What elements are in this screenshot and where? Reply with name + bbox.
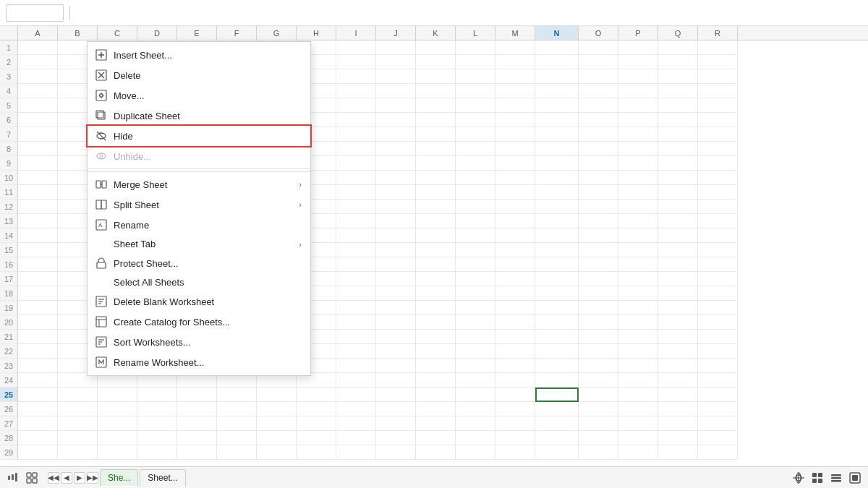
cell-M12[interactable] xyxy=(495,200,535,214)
cell-J15[interactable] xyxy=(376,243,416,257)
cell-L22[interactable] xyxy=(456,344,495,359)
cell-N29[interactable] xyxy=(535,445,579,460)
cell-Q23[interactable] xyxy=(658,359,698,373)
cell-Q8[interactable] xyxy=(658,142,698,156)
cell-R10[interactable] xyxy=(698,171,738,185)
row-num-11[interactable]: 11 xyxy=(0,185,18,200)
cell-D28[interactable] xyxy=(137,431,177,445)
cell-Q11[interactable] xyxy=(658,185,698,200)
row-num-6[interactable]: 6 xyxy=(0,113,18,127)
cell-B26[interactable] xyxy=(58,402,98,416)
row-num-3[interactable]: 3 xyxy=(0,69,18,84)
cell-Q6[interactable] xyxy=(658,113,698,127)
cell-A2[interactable] xyxy=(18,55,58,69)
cell-P25[interactable] xyxy=(618,388,658,402)
cell-L27[interactable] xyxy=(456,416,495,431)
cell-I3[interactable] xyxy=(336,69,376,84)
cell-L10[interactable] xyxy=(456,171,495,185)
cell-A15[interactable] xyxy=(18,243,58,257)
cell-C25[interactable] xyxy=(98,388,137,402)
cell-R6[interactable] xyxy=(698,113,738,127)
cell-G29[interactable] xyxy=(257,445,297,460)
cell-M23[interactable] xyxy=(495,359,535,373)
cell-Q5[interactable] xyxy=(658,98,698,113)
row-num-19[interactable]: 19 xyxy=(0,301,18,315)
row-num-29[interactable]: 29 xyxy=(0,445,18,460)
cell-N16[interactable] xyxy=(535,257,579,272)
cell-A19[interactable] xyxy=(18,301,58,315)
cell-Q24[interactable] xyxy=(658,373,698,388)
cell-Q29[interactable] xyxy=(658,445,698,460)
cell-J29[interactable] xyxy=(376,445,416,460)
cell-L11[interactable] xyxy=(456,185,495,200)
cell-H28[interactable] xyxy=(297,431,336,445)
cell-L20[interactable] xyxy=(456,315,495,330)
cell-L1[interactable] xyxy=(456,40,495,55)
cell-L19[interactable] xyxy=(456,301,495,315)
cell-P16[interactable] xyxy=(618,257,658,272)
cell-L14[interactable] xyxy=(456,228,495,243)
cell-reference-box[interactable] xyxy=(6,4,64,22)
cell-P23[interactable] xyxy=(618,359,658,373)
cell-G26[interactable] xyxy=(257,402,297,416)
cell-P12[interactable] xyxy=(618,200,658,214)
cell-H27[interactable] xyxy=(297,416,336,431)
cell-N17[interactable] xyxy=(535,272,579,286)
cell-I27[interactable] xyxy=(336,416,376,431)
cell-L15[interactable] xyxy=(456,243,495,257)
cell-C29[interactable] xyxy=(98,445,137,460)
cell-M1[interactable] xyxy=(495,40,535,55)
cell-N10[interactable] xyxy=(535,171,579,185)
cell-A25[interactable] xyxy=(18,388,58,402)
cell-Q26[interactable] xyxy=(658,402,698,416)
cell-L25[interactable] xyxy=(456,388,495,402)
row-num-22[interactable]: 22 xyxy=(0,344,18,359)
row-num-9[interactable]: 9 xyxy=(0,156,18,171)
tab-nav-first[interactable]: ◀◀ xyxy=(48,472,59,484)
cell-E27[interactable] xyxy=(177,416,217,431)
cell-L12[interactable] xyxy=(456,200,495,214)
cell-N19[interactable] xyxy=(535,301,579,315)
cell-M13[interactable] xyxy=(495,214,535,228)
cell-N6[interactable] xyxy=(535,113,579,127)
cell-R19[interactable] xyxy=(698,301,738,315)
cell-Q3[interactable] xyxy=(658,69,698,84)
formula-input[interactable] xyxy=(82,4,862,22)
cell-J22[interactable] xyxy=(376,344,416,359)
cell-L7[interactable] xyxy=(456,127,495,142)
cell-A29[interactable] xyxy=(18,445,58,460)
cell-I10[interactable] xyxy=(336,171,376,185)
cell-R26[interactable] xyxy=(698,402,738,416)
cell-O18[interactable] xyxy=(579,286,618,301)
cell-K29[interactable] xyxy=(416,445,456,460)
cell-O29[interactable] xyxy=(579,445,618,460)
menu-item-sheet-tab[interactable]: Sheet Tab› xyxy=(88,235,310,253)
cell-O22[interactable] xyxy=(579,344,618,359)
cell-Q2[interactable] xyxy=(658,55,698,69)
cell-O2[interactable] xyxy=(579,55,618,69)
cell-Q15[interactable] xyxy=(658,243,698,257)
cell-Q1[interactable] xyxy=(658,40,698,55)
cell-L16[interactable] xyxy=(456,257,495,272)
cell-Q13[interactable] xyxy=(658,214,698,228)
cell-P10[interactable] xyxy=(618,171,658,185)
cell-K9[interactable] xyxy=(416,156,456,171)
cell-O23[interactable] xyxy=(579,359,618,373)
cell-E28[interactable] xyxy=(177,431,217,445)
cell-I23[interactable] xyxy=(336,359,376,373)
cell-J24[interactable] xyxy=(376,373,416,388)
cell-R1[interactable] xyxy=(698,40,738,55)
cell-J6[interactable] xyxy=(376,113,416,127)
cell-I18[interactable] xyxy=(336,286,376,301)
cell-M11[interactable] xyxy=(495,185,535,200)
cell-O3[interactable] xyxy=(579,69,618,84)
cell-K1[interactable] xyxy=(416,40,456,55)
col-header-E[interactable]: E xyxy=(177,26,217,40)
cell-O27[interactable] xyxy=(579,416,618,431)
cell-R17[interactable] xyxy=(698,272,738,286)
cell-I9[interactable] xyxy=(336,156,376,171)
cell-D25[interactable] xyxy=(137,388,177,402)
cell-R16[interactable] xyxy=(698,257,738,272)
menu-item-insert-sheet[interactable]: Insert Sheet... xyxy=(88,45,310,65)
cell-R23[interactable] xyxy=(698,359,738,373)
